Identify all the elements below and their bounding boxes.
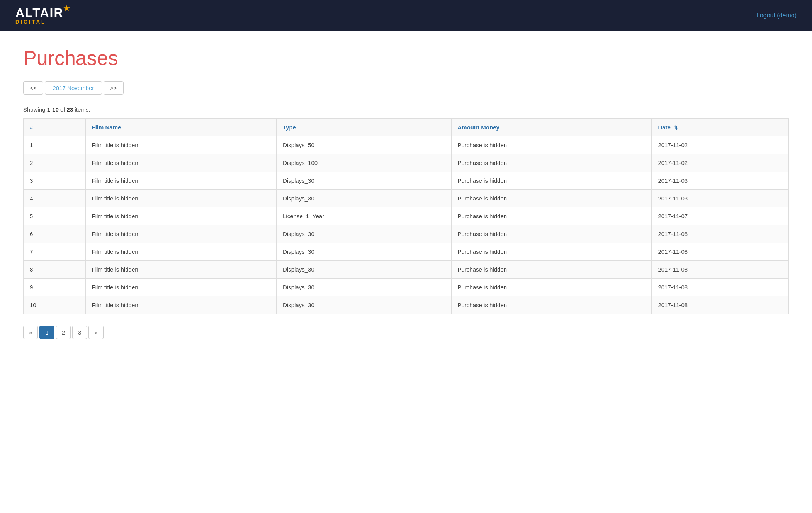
- cell-num: 10: [24, 296, 86, 314]
- cell-amount: Purchase is hidden: [451, 190, 652, 207]
- current-month-label: 2017 November: [45, 81, 102, 95]
- cell-film-name: Film title is hidden: [85, 190, 277, 207]
- logo-altair-text: ALTAIR: [15, 7, 64, 19]
- cell-num: 5: [24, 207, 86, 225]
- cell-type: Displays_50: [277, 136, 452, 154]
- cell-num: 6: [24, 225, 86, 243]
- col-header-date[interactable]: Date ⇅: [652, 119, 789, 136]
- table-row: 8Film title is hiddenDisplays_30Purchase…: [24, 261, 789, 279]
- cell-film-name: Film title is hidden: [85, 207, 277, 225]
- next-month-button[interactable]: >>: [104, 81, 124, 95]
- navbar: ★ ALTAIR DIGITAL Logout (demo): [0, 0, 812, 31]
- cell-film-name: Film title is hidden: [85, 136, 277, 154]
- cell-film-name: Film title is hidden: [85, 172, 277, 190]
- table-row: 3Film title is hiddenDisplays_30Purchase…: [24, 172, 789, 190]
- pagination-prev-button[interactable]: «: [23, 326, 38, 339]
- cell-num: 9: [24, 279, 86, 296]
- table-row: 6Film title is hiddenDisplays_30Purchase…: [24, 225, 789, 243]
- cell-num: 8: [24, 261, 86, 279]
- showing-total: 23: [67, 106, 73, 113]
- cell-type: Displays_30: [277, 190, 452, 207]
- cell-date: 2017-11-08: [652, 279, 789, 296]
- showing-info: Showing 1-10 of 23 items.: [23, 106, 789, 113]
- cell-type: Displays_30: [277, 243, 452, 261]
- pagination-page-1-button[interactable]: 1: [39, 326, 54, 339]
- col-header-type: Type: [277, 119, 452, 136]
- cell-date: 2017-11-02: [652, 154, 789, 172]
- cell-date: 2017-11-03: [652, 190, 789, 207]
- cell-date: 2017-11-03: [652, 172, 789, 190]
- logo: ★ ALTAIR DIGITAL: [15, 7, 64, 25]
- cell-amount: Purchase is hidden: [451, 172, 652, 190]
- cell-film-name: Film title is hidden: [85, 261, 277, 279]
- pagination-next-button[interactable]: »: [88, 326, 103, 339]
- table-row: 9Film title is hiddenDisplays_30Purchase…: [24, 279, 789, 296]
- cell-type: Displays_30: [277, 296, 452, 314]
- cell-num: 4: [24, 190, 86, 207]
- cell-type: Displays_30: [277, 279, 452, 296]
- cell-num: 7: [24, 243, 86, 261]
- main-content: Purchases << 2017 November >> Showing 1-…: [0, 31, 812, 355]
- logout-button[interactable]: Logout (demo): [756, 12, 797, 19]
- cell-amount: Purchase is hidden: [451, 279, 652, 296]
- cell-amount: Purchase is hidden: [451, 296, 652, 314]
- pagination: « 1 2 3 »: [23, 326, 789, 339]
- table-row: 2Film title is hiddenDisplays_100Purchas…: [24, 154, 789, 172]
- cell-num: 3: [24, 172, 86, 190]
- showing-suffix: items.: [73, 106, 90, 113]
- cell-film-name: Film title is hidden: [85, 279, 277, 296]
- cell-amount: Purchase is hidden: [451, 261, 652, 279]
- table-header: # Film Name Type Amount Money Date ⇅: [24, 119, 789, 136]
- cell-film-name: Film title is hidden: [85, 296, 277, 314]
- page-title: Purchases: [23, 46, 789, 70]
- cell-date: 2017-11-08: [652, 243, 789, 261]
- logo-digital-text: DIGITAL: [15, 19, 46, 25]
- cell-amount: Purchase is hidden: [451, 225, 652, 243]
- cell-num: 2: [24, 154, 86, 172]
- cell-film-name: Film title is hidden: [85, 243, 277, 261]
- cell-date: 2017-11-08: [652, 261, 789, 279]
- showing-of: of: [59, 106, 67, 113]
- cell-date: 2017-11-08: [652, 296, 789, 314]
- pagination-page-3-button[interactable]: 3: [72, 326, 87, 339]
- table-row: 5Film title is hiddenLicense_1_YearPurch…: [24, 207, 789, 225]
- logo-area: ★ ALTAIR DIGITAL: [15, 7, 64, 25]
- pagination-page-2-button[interactable]: 2: [56, 326, 71, 339]
- cell-type: Displays_30: [277, 172, 452, 190]
- col-header-film-name: Film Name: [85, 119, 277, 136]
- cell-amount: Purchase is hidden: [451, 154, 652, 172]
- cell-date: 2017-11-07: [652, 207, 789, 225]
- cell-amount: Purchase is hidden: [451, 136, 652, 154]
- cell-type: License_1_Year: [277, 207, 452, 225]
- purchases-table: # Film Name Type Amount Money Date ⇅ 1Fi…: [23, 118, 789, 314]
- table-row: 1Film title is hiddenDisplays_50Purchase…: [24, 136, 789, 154]
- star-icon: ★: [63, 3, 71, 14]
- table-row: 10Film title is hiddenDisplays_30Purchas…: [24, 296, 789, 314]
- cell-amount: Purchase is hidden: [451, 243, 652, 261]
- cell-type: Displays_30: [277, 225, 452, 243]
- prev-month-button[interactable]: <<: [23, 81, 43, 95]
- showing-range: 1-10: [47, 106, 59, 113]
- cell-date: 2017-11-08: [652, 225, 789, 243]
- col-header-num: #: [24, 119, 86, 136]
- table-row: 4Film title is hiddenDisplays_30Purchase…: [24, 190, 789, 207]
- cell-film-name: Film title is hidden: [85, 154, 277, 172]
- col-header-amount: Amount Money: [451, 119, 652, 136]
- sort-icon: ⇅: [674, 125, 678, 131]
- cell-amount: Purchase is hidden: [451, 207, 652, 225]
- cell-date: 2017-11-02: [652, 136, 789, 154]
- cell-film-name: Film title is hidden: [85, 225, 277, 243]
- table-body: 1Film title is hiddenDisplays_50Purchase…: [24, 136, 789, 314]
- showing-prefix: Showing: [23, 106, 47, 113]
- cell-num: 1: [24, 136, 86, 154]
- cell-type: Displays_30: [277, 261, 452, 279]
- table-header-row: # Film Name Type Amount Money Date ⇅: [24, 119, 789, 136]
- cell-type: Displays_100: [277, 154, 452, 172]
- month-navigation: << 2017 November >>: [23, 81, 789, 95]
- table-row: 7Film title is hiddenDisplays_30Purchase…: [24, 243, 789, 261]
